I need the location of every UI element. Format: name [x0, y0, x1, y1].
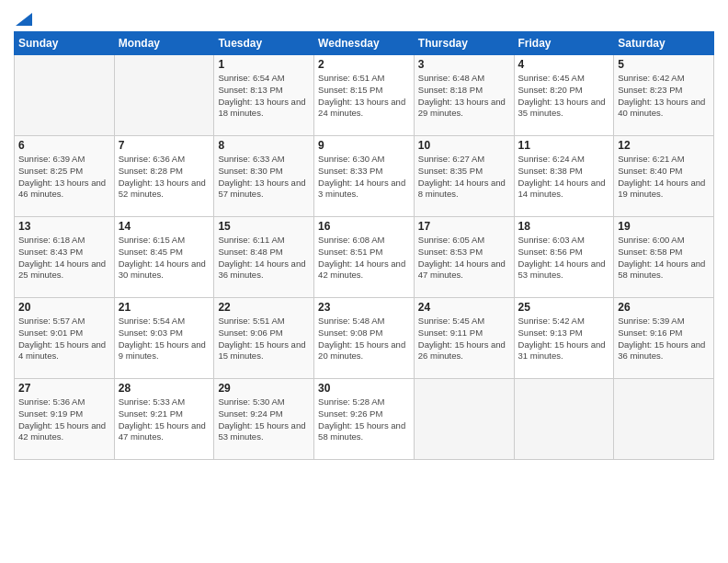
week-row-5: 27 Sunrise: 5:36 AMSunset: 9:19 PMDaylig…: [15, 379, 714, 460]
day-info: Sunrise: 6:48 AMSunset: 8:18 PMDaylight:…: [418, 73, 510, 120]
day-number: 25: [518, 301, 610, 314]
day-cell: 20 Sunrise: 5:57 AMSunset: 9:01 PMDaylig…: [15, 298, 115, 379]
day-number: 3: [418, 58, 510, 71]
day-number: 18: [518, 220, 610, 233]
day-info: Sunrise: 6:21 AMSunset: 8:40 PMDaylight:…: [618, 154, 710, 201]
day-cell: 6 Sunrise: 6:39 AMSunset: 8:25 PMDayligh…: [15, 136, 115, 217]
day-number: 26: [618, 301, 710, 314]
day-number: 12: [618, 139, 710, 152]
day-number: 17: [418, 220, 510, 233]
day-info: Sunrise: 6:15 AMSunset: 8:45 PMDaylight:…: [119, 235, 210, 282]
day-cell: 5 Sunrise: 6:42 AMSunset: 8:23 PMDayligh…: [614, 55, 714, 136]
day-info: Sunrise: 5:45 AMSunset: 9:11 PMDaylight:…: [418, 316, 510, 362]
day-info: Sunrise: 6:03 AMSunset: 8:56 PMDaylight:…: [518, 235, 610, 282]
weekday-header-row: SundayMondayTuesdayWednesdayThursdayFrid…: [15, 32, 714, 55]
day-cell: 18 Sunrise: 6:03 AMSunset: 8:56 PMDaylig…: [514, 217, 614, 298]
day-cell: [114, 55, 214, 136]
day-info: Sunrise: 6:05 AMSunset: 8:53 PMDaylight:…: [418, 235, 510, 282]
logo-icon: [16, 9, 32, 26]
day-cell: 3 Sunrise: 6:48 AMSunset: 8:18 PMDayligh…: [414, 55, 514, 136]
day-cell: 2 Sunrise: 6:51 AMSunset: 8:15 PMDayligh…: [314, 55, 415, 136]
week-row-4: 20 Sunrise: 5:57 AMSunset: 9:01 PMDaylig…: [15, 298, 714, 379]
logo: [14, 9, 32, 26]
calendar-table: SundayMondayTuesdayWednesdayThursdayFrid…: [14, 31, 714, 460]
day-cell: 12 Sunrise: 6:21 AMSunset: 8:40 PMDaylig…: [614, 136, 714, 217]
day-cell: [614, 379, 714, 460]
day-number: 15: [218, 220, 310, 233]
day-number: 19: [618, 220, 710, 233]
day-cell: 9 Sunrise: 6:30 AMSunset: 8:33 PMDayligh…: [314, 136, 415, 217]
day-cell: 26 Sunrise: 5:39 AMSunset: 9:16 PMDaylig…: [614, 298, 714, 379]
day-number: 5: [618, 58, 710, 71]
day-info: Sunrise: 6:45 AMSunset: 8:20 PMDaylight:…: [518, 73, 610, 120]
day-number: 8: [218, 139, 310, 152]
day-cell: 19 Sunrise: 6:00 AMSunset: 8:58 PMDaylig…: [614, 217, 714, 298]
day-number: 21: [119, 301, 210, 314]
day-info: Sunrise: 5:28 AMSunset: 9:26 PMDaylight:…: [318, 396, 410, 443]
day-cell: 17 Sunrise: 6:05 AMSunset: 8:53 PMDaylig…: [414, 217, 514, 298]
day-cell: 27 Sunrise: 5:36 AMSunset: 9:19 PMDaylig…: [15, 379, 115, 460]
day-number: 20: [18, 301, 110, 314]
weekday-thursday: Thursday: [414, 32, 514, 55]
day-info: Sunrise: 6:00 AMSunset: 8:58 PMDaylight:…: [618, 235, 710, 282]
day-cell: 7 Sunrise: 6:36 AMSunset: 8:28 PMDayligh…: [114, 136, 214, 217]
week-row-3: 13 Sunrise: 6:18 AMSunset: 8:43 PMDaylig…: [15, 217, 714, 298]
day-cell: 8 Sunrise: 6:33 AMSunset: 8:30 PMDayligh…: [214, 136, 314, 217]
day-number: 11: [518, 139, 610, 152]
day-info: Sunrise: 6:30 AMSunset: 8:33 PMDaylight:…: [318, 154, 410, 201]
weekday-friday: Friday: [514, 32, 614, 55]
week-row-1: 1 Sunrise: 6:54 AMSunset: 8:13 PMDayligh…: [15, 55, 714, 136]
day-cell: 1 Sunrise: 6:54 AMSunset: 8:13 PMDayligh…: [214, 55, 314, 136]
day-number: 7: [119, 139, 210, 152]
day-info: Sunrise: 6:39 AMSunset: 8:25 PMDaylight:…: [18, 154, 110, 201]
day-number: 10: [418, 139, 510, 152]
day-number: 6: [18, 139, 110, 152]
day-info: Sunrise: 5:54 AMSunset: 9:03 PMDaylight:…: [119, 316, 210, 362]
day-info: Sunrise: 5:36 AMSunset: 9:19 PMDaylight:…: [18, 396, 110, 443]
day-cell: 16 Sunrise: 6:08 AMSunset: 8:51 PMDaylig…: [314, 217, 415, 298]
day-info: Sunrise: 6:11 AMSunset: 8:48 PMDaylight:…: [218, 235, 310, 282]
day-cell: 25 Sunrise: 5:42 AMSunset: 9:13 PMDaylig…: [514, 298, 614, 379]
day-number: 23: [318, 301, 410, 314]
day-cell: 15 Sunrise: 6:11 AMSunset: 8:48 PMDaylig…: [214, 217, 314, 298]
day-info: Sunrise: 6:27 AMSunset: 8:35 PMDaylight:…: [418, 154, 510, 201]
day-info: Sunrise: 5:57 AMSunset: 9:01 PMDaylight:…: [18, 316, 110, 362]
day-info: Sunrise: 6:54 AMSunset: 8:13 PMDaylight:…: [218, 73, 310, 120]
day-cell: [15, 55, 115, 136]
day-number: 24: [418, 301, 510, 314]
weekday-sunday: Sunday: [15, 32, 115, 55]
day-info: Sunrise: 6:36 AMSunset: 8:28 PMDaylight:…: [119, 154, 210, 201]
day-number: 22: [218, 301, 310, 314]
day-number: 29: [218, 382, 310, 395]
day-number: 16: [318, 220, 410, 233]
day-number: 4: [518, 58, 610, 71]
day-info: Sunrise: 5:42 AMSunset: 9:13 PMDaylight:…: [518, 316, 610, 362]
day-cell: [514, 379, 614, 460]
day-cell: 22 Sunrise: 5:51 AMSunset: 9:06 PMDaylig…: [214, 298, 314, 379]
day-cell: 29 Sunrise: 5:30 AMSunset: 9:24 PMDaylig…: [214, 379, 314, 460]
day-number: 1: [218, 58, 310, 71]
day-number: 13: [18, 220, 110, 233]
day-number: 30: [318, 382, 410, 395]
weekday-tuesday: Tuesday: [214, 32, 314, 55]
day-cell: 23 Sunrise: 5:48 AMSunset: 9:08 PMDaylig…: [314, 298, 415, 379]
day-cell: 4 Sunrise: 6:45 AMSunset: 8:20 PMDayligh…: [514, 55, 614, 136]
day-cell: 10 Sunrise: 6:27 AMSunset: 8:35 PMDaylig…: [414, 136, 514, 217]
day-number: 27: [18, 382, 110, 395]
day-info: Sunrise: 5:33 AMSunset: 9:21 PMDaylight:…: [119, 396, 210, 443]
day-cell: 13 Sunrise: 6:18 AMSunset: 8:43 PMDaylig…: [15, 217, 115, 298]
day-cell: 21 Sunrise: 5:54 AMSunset: 9:03 PMDaylig…: [114, 298, 214, 379]
day-cell: [414, 379, 514, 460]
day-info: Sunrise: 6:08 AMSunset: 8:51 PMDaylight:…: [318, 235, 410, 282]
page: SundayMondayTuesdayWednesdayThursdayFrid…: [0, 0, 728, 469]
day-info: Sunrise: 6:33 AMSunset: 8:30 PMDaylight:…: [218, 154, 310, 201]
day-cell: 30 Sunrise: 5:28 AMSunset: 9:26 PMDaylig…: [314, 379, 415, 460]
day-number: 28: [119, 382, 210, 395]
day-cell: 28 Sunrise: 5:33 AMSunset: 9:21 PMDaylig…: [114, 379, 214, 460]
day-info: Sunrise: 5:51 AMSunset: 9:06 PMDaylight:…: [218, 316, 310, 362]
day-cell: 11 Sunrise: 6:24 AMSunset: 8:38 PMDaylig…: [514, 136, 614, 217]
week-row-2: 6 Sunrise: 6:39 AMSunset: 8:25 PMDayligh…: [15, 136, 714, 217]
day-number: 14: [119, 220, 210, 233]
day-info: Sunrise: 6:51 AMSunset: 8:15 PMDaylight:…: [318, 73, 410, 120]
day-info: Sunrise: 6:24 AMSunset: 8:38 PMDaylight:…: [518, 154, 610, 201]
